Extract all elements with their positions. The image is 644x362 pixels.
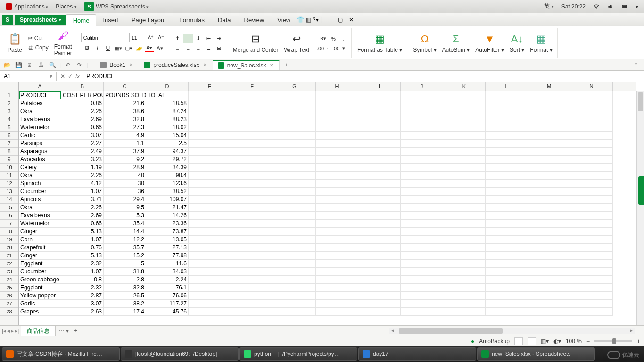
cell[interactable]: 2.69 <box>61 212 104 220</box>
cell[interactable]: 76.06 <box>146 292 189 300</box>
cell[interactable] <box>231 212 273 220</box>
cell[interactable] <box>486 132 528 140</box>
cell[interactable]: TOTAL <box>146 91 189 99</box>
collapse-ribbon-icon[interactable]: ⌃ <box>631 62 641 68</box>
cell[interactable]: COST PER POUND <box>61 91 104 99</box>
cell[interactable] <box>231 244 273 252</box>
places-menu[interactable]: Places <box>53 2 80 11</box>
cell[interactable] <box>401 252 443 260</box>
new-doc-button[interactable]: + <box>280 60 292 70</box>
cell[interactable] <box>273 172 316 180</box>
cell[interactable]: 40 <box>104 172 146 180</box>
row-header[interactable]: 23 <box>0 268 18 276</box>
cell[interactable] <box>273 204 316 212</box>
cell[interactable] <box>486 148 528 156</box>
cell[interactable]: Yellow pepper <box>19 292 61 300</box>
cell[interactable]: 32.8 <box>104 115 146 123</box>
cell[interactable]: Watermelon <box>19 123 61 132</box>
cell[interactable] <box>528 252 570 260</box>
cell[interactable]: 37.9 <box>104 148 146 156</box>
cell[interactable]: 2.49 <box>61 148 104 156</box>
zoom-in-button[interactable]: + <box>637 338 640 345</box>
cell[interactable] <box>528 236 570 244</box>
cell[interactable]: 14.4 <box>104 228 146 236</box>
cell[interactable]: 36 <box>104 188 146 196</box>
cell[interactable] <box>486 99 528 107</box>
cell[interactable] <box>273 99 316 107</box>
applications-menu[interactable]: Applications <box>3 2 51 11</box>
cell[interactable]: 21.47 <box>146 204 189 212</box>
cell[interactable] <box>486 156 528 164</box>
cell[interactable] <box>486 276 528 284</box>
cell[interactable] <box>570 252 613 260</box>
row-header[interactable]: 16 <box>0 212 18 220</box>
cell[interactable] <box>231 252 273 260</box>
cell[interactable] <box>570 99 613 107</box>
cell[interactable]: 38.6 <box>104 107 146 115</box>
cell[interactable] <box>486 212 528 220</box>
cell[interactable] <box>316 276 358 284</box>
cell[interactable] <box>528 99 570 107</box>
cell[interactable]: Corn <box>19 236 61 244</box>
cell[interactable]: 2.32 <box>61 284 104 292</box>
cell[interactable] <box>528 140 570 148</box>
cell[interactable] <box>273 196 316 204</box>
cell[interactable] <box>401 91 443 99</box>
cell[interactable] <box>358 148 401 156</box>
tab-home[interactable]: Home <box>66 14 97 27</box>
cell[interactable]: 18.02 <box>146 123 189 132</box>
cell[interactable]: 11.6 <box>146 260 189 268</box>
spreadsheet-grid[interactable]: ABCDEFGHIJKLMN 1234567891011121314151617… <box>0 82 644 325</box>
cell[interactable]: 0.66 <box>61 220 104 228</box>
cell[interactable] <box>316 228 358 236</box>
cell[interactable] <box>528 284 570 292</box>
cell[interactable] <box>486 172 528 180</box>
cell[interactable] <box>401 140 443 148</box>
taskbar-item[interactable]: day17 <box>358 347 476 361</box>
cell[interactable] <box>443 260 486 268</box>
clock[interactable]: Sat 20:22 <box>559 2 588 11</box>
saveas-icon[interactable]: 🗎 <box>25 61 34 69</box>
formula-input[interactable]: PRODUCE <box>83 72 644 81</box>
cell[interactable] <box>273 107 316 115</box>
cell[interactable] <box>189 276 231 284</box>
clear-format-button[interactable]: A̶▾ <box>155 44 165 52</box>
skin-icon[interactable]: 👕 <box>297 16 304 23</box>
cell[interactable]: Asparagus <box>19 148 61 156</box>
cell[interactable]: 3.23 <box>61 156 104 164</box>
row-header[interactable]: 15 <box>0 204 18 212</box>
row-header[interactable]: 25 <box>0 284 18 292</box>
column-header[interactable]: E <box>189 82 231 91</box>
sheet-next-icon[interactable]: ▸ <box>11 328 14 334</box>
cell[interactable]: 1.19 <box>61 164 104 172</box>
cell[interactable] <box>358 172 401 180</box>
cell[interactable] <box>231 107 273 115</box>
cell[interactable] <box>443 268 486 276</box>
cell[interactable] <box>570 276 613 284</box>
cell[interactable] <box>401 300 443 308</box>
cell[interactable] <box>486 308 528 316</box>
cell[interactable] <box>358 268 401 276</box>
align-left-button[interactable]: ≡ <box>173 44 182 53</box>
cell[interactable] <box>189 172 231 180</box>
row-header[interactable]: 26 <box>0 292 18 300</box>
cell[interactable]: 34.39 <box>146 164 189 172</box>
cell[interactable]: 23.36 <box>146 220 189 228</box>
cell[interactable]: 15.04 <box>146 132 189 140</box>
cell[interactable] <box>231 91 273 99</box>
cell[interactable] <box>443 276 486 284</box>
align-bottom-button[interactable]: ⬇ <box>194 34 203 43</box>
cell[interactable] <box>528 91 570 99</box>
cell[interactable] <box>273 292 316 300</box>
cell[interactable]: 30 <box>104 180 146 188</box>
cell[interactable] <box>358 252 401 260</box>
view-pagebreak-button[interactable] <box>528 337 536 345</box>
cell[interactable] <box>316 308 358 316</box>
column-header[interactable]: F <box>231 82 273 91</box>
row-header[interactable]: 13 <box>0 188 18 196</box>
cell[interactable] <box>528 172 570 180</box>
cell[interactable]: 2.63 <box>61 308 104 316</box>
cell[interactable] <box>443 156 486 164</box>
cell[interactable]: Okra <box>19 204 61 212</box>
cell[interactable] <box>316 196 358 204</box>
